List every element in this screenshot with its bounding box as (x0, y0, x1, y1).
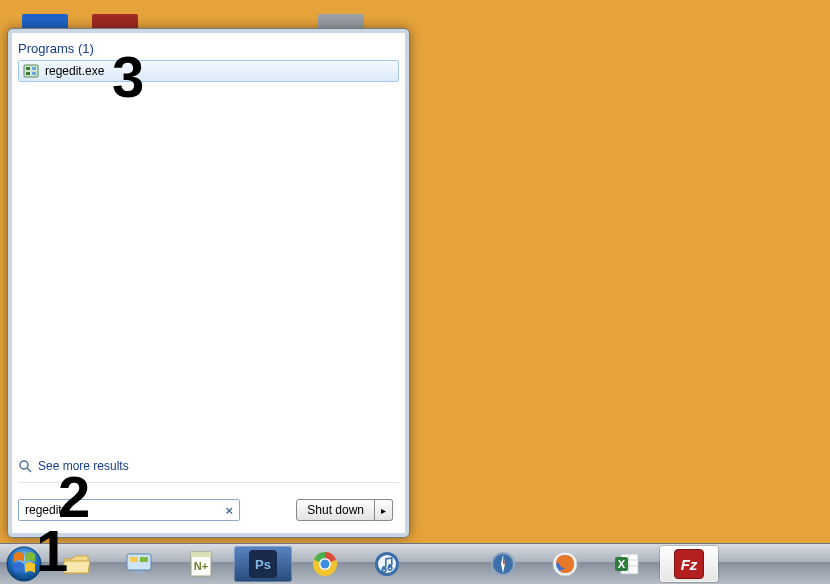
annotation-1: 1 (36, 522, 68, 580)
svg-rect-13 (191, 552, 211, 557)
taskbar-item-excel[interactable]: X (598, 546, 656, 582)
photoshop-icon: Ps (247, 548, 279, 580)
svg-line-6 (27, 468, 31, 472)
regedit-icon (23, 63, 39, 79)
desktop-icon-hint (92, 14, 138, 28)
programs-section-header: Programs (1) (14, 35, 403, 60)
shutdown-split-button: Shut down ▸ (296, 499, 393, 521)
search-result-regedit[interactable]: regedit.exe (18, 60, 399, 82)
taskbar-item-photoshop[interactable]: Ps (234, 546, 292, 582)
svg-rect-9 (135, 571, 143, 574)
taskbar-item-filezilla[interactable]: Fz (660, 546, 718, 582)
svg-rect-1 (26, 67, 30, 70)
taskbar-item-itunes[interactable] (358, 546, 416, 582)
firefox-icon (549, 548, 581, 580)
svg-rect-4 (32, 72, 36, 75)
annotation-2: 2 (58, 468, 90, 526)
taskbar-item-firefox[interactable] (536, 546, 594, 582)
notepadpp-icon: N+ (185, 548, 217, 580)
svg-point-21 (388, 564, 392, 568)
search-result-label: regedit.exe (45, 64, 104, 78)
start-search-input[interactable] (23, 502, 223, 518)
safari-icon (487, 548, 519, 580)
svg-rect-11 (140, 557, 148, 562)
svg-rect-3 (32, 67, 36, 70)
desktop-icon-hint (318, 14, 364, 28)
svg-point-17 (321, 560, 330, 569)
taskbar-item-app-a[interactable] (110, 546, 168, 582)
desktop-icon-hint (22, 14, 68, 28)
taskbar-item-chrome[interactable] (296, 546, 354, 582)
svg-text:X: X (618, 558, 626, 570)
svg-point-19 (378, 555, 396, 573)
filezilla-icon: Fz (673, 548, 705, 580)
svg-text:N+: N+ (194, 560, 208, 572)
svg-point-20 (382, 566, 386, 570)
svg-rect-0 (24, 65, 38, 77)
monitor-icon (123, 548, 155, 580)
start-menu-panel: Programs (1) regedit.exe See m (7, 28, 410, 538)
svg-rect-2 (26, 72, 30, 75)
taskbar-item-notepadpp[interactable]: N+ (172, 546, 230, 582)
annotation-3: 3 (112, 48, 144, 106)
excel-icon: X (611, 548, 643, 580)
search-icon (18, 459, 32, 473)
taskbar: N+ Ps (0, 543, 830, 584)
taskbar-item-safari[interactable] (474, 546, 532, 582)
chrome-icon (309, 548, 341, 580)
clear-search-button[interactable]: × (223, 503, 235, 518)
itunes-icon (371, 548, 403, 580)
shutdown-menu-arrow[interactable]: ▸ (375, 499, 393, 521)
shutdown-button[interactable]: Shut down (296, 499, 375, 521)
svg-point-5 (20, 461, 28, 469)
svg-rect-10 (130, 557, 138, 562)
